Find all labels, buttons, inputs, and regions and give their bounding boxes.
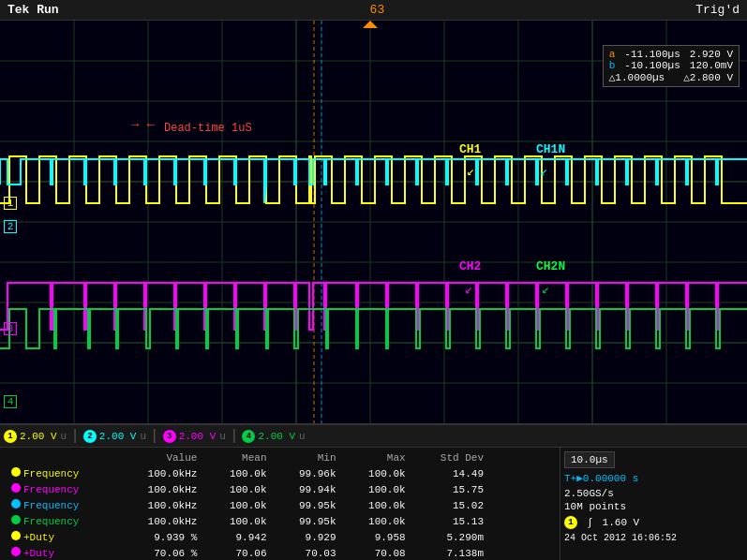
bottom-main: Value Mean Min Max Std Dev Frequency 100… [0,448,747,560]
ch4-badge: 4 [242,430,255,443]
table-row: +Duty 70.06 % 70.06 70.03 70.08 7.138m [6,546,489,560]
meas-stddev: 5.290m [413,530,489,544]
ch1-waveform-label: CH1 [459,142,481,156]
timebase-row: 10.0µs [564,451,743,468]
ch3-volt: 2.00 V [179,431,217,442]
cursor-b-volt: 120.0mV [690,60,733,71]
meas-min: 9.929 [275,530,342,544]
timebase-box: 10.0µs [564,451,615,468]
ch4-position-indicator: 4 [4,395,17,408]
cursor-b-label: b [609,60,616,71]
sample-row: 2.50GS/s 10M points [564,488,743,512]
col-header-max: Max [344,451,411,464]
oscilloscope-screen: Tek Run 63 Trig'd [0,0,747,560]
ch1-coupling: u [61,431,67,442]
ch1n-waveform-label: CH1N [536,142,565,156]
meas-ch-param: Frequency [6,498,116,512]
meas-ch-param: Frequency [6,514,116,528]
position-label: T+▶0.00000 s [564,472,638,484]
ch2-badge: 2 [83,430,97,443]
ch3-badge: 3 [163,430,176,443]
trigger-row: 1 ∫ 1.60 V [564,516,743,529]
ch1-volt: 2.00 V [20,431,57,442]
meas-value: 100.0kHz [118,466,203,480]
meas-ch-param: +Duty [6,530,116,544]
table-row: Frequency 100.0kHz 100.0k 99.95k 100.0k … [6,498,489,512]
meas-stddev: 15.13 [413,514,489,528]
cursor-a-time: -11.100µs [624,49,680,60]
ch2-arrow: ↙ [465,281,472,297]
trigger-level: 1.60 V [603,517,640,528]
table-row: Frequency 100.0kHz 100.0k 99.96k 100.0k … [6,466,489,480]
ch3-coupling: u [219,431,226,442]
timebase-value: 10.0µs [571,454,608,465]
ch1-position-indicator: 1 [4,197,17,210]
meas-value: 9.939 % [118,530,203,544]
ch2-waveform-label: CH2 [459,259,481,273]
dead-time-arrows: → ← [131,117,155,132]
cursor-delta-time: △1.0000µs [609,71,665,83]
meas-mean: 100.0k [204,466,272,480]
meas-stddev: 15.75 [413,482,489,496]
meas-max: 100.0k [344,514,411,528]
sample-info: 2.50GS/s 10M points [564,488,626,512]
ch1n-arrow: ↙ [540,163,547,179]
meas-min: 99.96k [275,466,342,480]
col-header-ch [6,451,116,464]
measurements-table: Value Mean Min Max Std Dev Frequency 100… [4,449,491,560]
meas-mean: 70.06 [204,546,272,560]
meas-value: 70.06 % [118,546,203,560]
col-header-mean: Mean [204,451,272,464]
sample-points: 10M points [564,501,626,512]
datetime: 24 Oct 2012 16:06:52 [564,533,677,543]
meas-max: 100.0k [344,498,411,512]
col-header-min: Min [275,451,342,464]
col-header-stddev: Std Dev [413,451,489,464]
trigger-ch-badge: 1 [564,516,577,529]
right-panel: 10.0µs T+▶0.00000 s 2.50GS/s 10M points … [560,448,747,560]
cursor-a-label: a [609,49,616,60]
ch4-coupling: u [299,431,306,442]
meas-ch-param: Frequency [6,466,116,480]
meas-value: 100.0kHz [118,498,203,512]
meas-min: 99.95k [275,514,342,528]
top-bar: Tek Run 63 Trig'd [0,0,747,21]
ch4-volt: 2.00 V [258,431,295,442]
meas-mean: 9.942 [204,530,272,544]
ch2-volt: 2.00 V [99,431,137,442]
ch3-setting: 3 2.00 V [163,430,217,443]
datetime-row: 24 Oct 2012 16:06:52 [564,533,743,543]
meas-value: 100.0kHz [118,482,203,496]
ch2n-arrow: ↙ [542,281,549,297]
cursor-a-volt: 2.920 V [690,49,733,60]
table-row: +Duty 9.939 % 9.942 9.929 9.958 5.290m [6,530,489,544]
bottom-section: 1 2.00 V u | 2 2.00 V u | 3 2.00 V u | 4… [0,423,747,560]
cursor-marker: 63 [370,3,385,17]
table-row: Frequency 100.0kHz 100.0k 99.95k 100.0k … [6,514,489,528]
meas-stddev: 7.138m [413,546,489,560]
table-row: Frequency 100.0kHz 100.0k 99.94k 100.0k … [6,482,489,496]
meas-max: 70.08 [344,546,411,560]
meas-ch-param: +Duty [6,546,116,560]
ch1-badge: 1 [4,430,17,443]
meas-mean: 100.0k [204,482,272,496]
app-title: Tek Run [7,3,59,17]
meas-max: 100.0k [344,482,411,496]
cursor-delta-volt: △2.800 V [683,71,733,83]
ch1-setting: 1 2.00 V [4,430,57,443]
ch4-setting: 4 2.00 V [242,430,295,443]
trigger-symbol: ∫ [587,517,593,528]
cursor-b-time: -10.100µs [624,60,680,71]
measurements-area: Value Mean Min Max Std Dev Frequency 100… [0,448,560,560]
meas-min: 70.03 [275,546,342,560]
meas-max: 100.0k [344,466,411,480]
sample-rate: 2.50GS/s [564,488,626,499]
position-row: T+▶0.00000 s [564,472,743,484]
meas-min: 99.95k [275,498,342,512]
meas-ch-param: Frequency [6,482,116,496]
meas-value: 100.0kHz [118,514,203,528]
meas-max: 9.958 [344,530,411,544]
ch2-coupling: u [140,431,146,442]
meas-mean: 100.0k [204,498,272,512]
meas-min: 99.94k [275,482,342,496]
